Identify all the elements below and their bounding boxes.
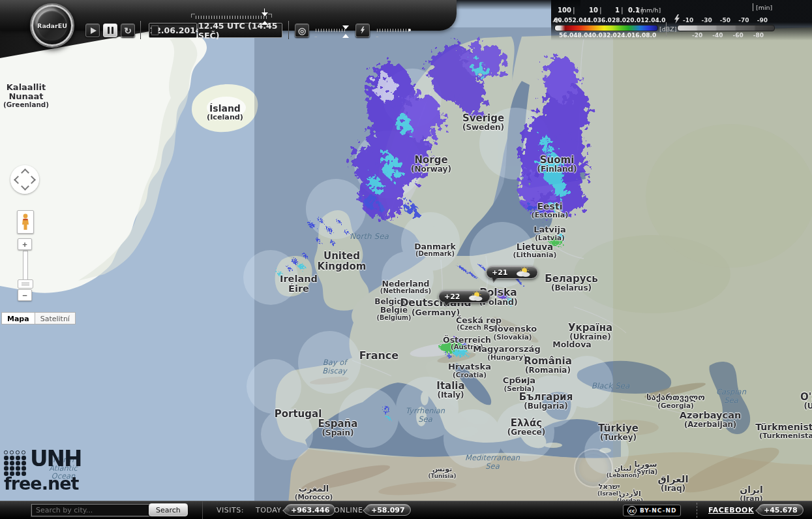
rain-rate-tick: 1| [615, 7, 624, 14]
map-type-button[interactable]: Mapa [1, 312, 35, 324]
timeline-slider[interactable] [196, 16, 267, 19]
radareu-logo[interactable]: RadarEU [30, 3, 74, 48]
facebook-count-badge: +45.678 [758, 504, 804, 516]
lightning-icon [360, 25, 365, 35]
lightning-opacity-handle[interactable] [408, 29, 411, 31]
zoom-slider-handle[interactable] [18, 279, 33, 289]
topbar-divider2 [288, 21, 289, 39]
pegman-control[interactable] [17, 210, 34, 234]
lightning-scale-bottom: -20-40-60-80 [692, 32, 764, 39]
temperature-value: +22 [444, 292, 460, 301]
visits-label: VISITS: [217, 506, 244, 514]
logo-text: RadarEU [37, 22, 67, 29]
search-button[interactable]: Search [149, 503, 188, 516]
dbz-colorbar [554, 25, 658, 31]
map-canvas[interactable] [0, 0, 812, 519]
cc-license-badge[interactable]: cc BY-NC-ND [623, 505, 681, 516]
loop-button[interactable]: ↻ [121, 24, 135, 37]
lightning-unit-label: [min] [756, 4, 772, 11]
zoom-slider-track[interactable] [23, 251, 28, 283]
today-label: TODAY [256, 506, 282, 514]
sun-cloud-icon [513, 267, 532, 277]
unh-freenet-logo: UNH free.net [4, 448, 82, 492]
radar-opacity-slider[interactable]: – [316, 29, 347, 32]
pause-icon [108, 27, 113, 34]
footer-dashed-divider [697, 503, 698, 518]
dbz-scale-top: 60.052.044.036.028.020.012.04.0 [554, 17, 658, 24]
pegman-icon [22, 213, 29, 230]
lightning-scale-top: -10-30-50-70-90 [683, 17, 768, 24]
weather-station-widget[interactable]: +21 [486, 266, 538, 279]
map-type-button[interactable]: Satelitní [35, 312, 76, 324]
radar-map-app: Kalaallit Nunaat (Greenland) Ísland (Ice… [0, 0, 812, 519]
zoom-out-button[interactable]: − [18, 289, 32, 301]
lightning-opacity-slider[interactable]: – [377, 29, 410, 32]
sun-cloud-icon [465, 291, 485, 302]
calendar-icon [151, 25, 158, 35]
loop-icon: ↻ [124, 26, 132, 35]
east-band [613, 27, 812, 519]
dbz-scale-bottom: 56.048.040.032.024.016.08.0 [559, 32, 650, 39]
time-value: 12.45 UTC (14.45 SEČ) [198, 21, 282, 40]
rain-rate-tick: 10| [589, 7, 602, 14]
lightning-age-legend: -10-30-50-70-90 -20-40-60-80 [min] [672, 0, 812, 40]
map-watermark-seal [574, 448, 613, 488]
facebook-link[interactable]: FACEBOOK [708, 506, 754, 514]
temperature-value: +21 [492, 268, 508, 277]
freenet-text: free.net [4, 475, 82, 492]
pan-right-icon[interactable] [27, 176, 36, 184]
pan-control[interactable] [10, 165, 39, 194]
legend-panel: 100|10|1|0.1| [mm/h] 60.052.044.036.028.… [551, 0, 812, 40]
map-type-switcher: MapaSatelitní [1, 312, 76, 324]
time-field[interactable]: 12.45 UTC (14.45 SEČ) [198, 23, 282, 38]
pan-left-icon[interactable] [14, 176, 22, 184]
play-button[interactable] [85, 24, 100, 37]
rain-unit-label: [mm/h] [638, 7, 661, 14]
zoom-in-button[interactable]: + [18, 238, 32, 250]
lightning-layer-button[interactable] [355, 24, 370, 37]
rain-rate-tick: 100| [558, 7, 575, 14]
weather-station-widget[interactable]: +22 [438, 290, 490, 303]
search-input[interactable] [31, 504, 150, 516]
footer-bar: Search VISITS: TODAY +963.446 ONLINE +58… [0, 501, 812, 519]
topbar-divider [140, 21, 141, 39]
online-label: ONLINE [334, 506, 363, 514]
unh-dots-icon [4, 450, 27, 477]
online-count-badge: +58.097 [365, 504, 411, 516]
radar-opacity-button[interactable]: ◎ [295, 24, 309, 37]
opacity-icon: ◎ [298, 26, 306, 35]
lightning-age-bar [677, 25, 775, 31]
pan-down-icon[interactable] [21, 182, 29, 191]
today-count-badge: +963.446 [285, 504, 335, 516]
pause-button[interactable] [103, 24, 117, 37]
date-field[interactable]: 12.06.2014 [149, 23, 197, 38]
pan-up-icon[interactable] [21, 168, 29, 177]
cc-license-text: BY-NC-ND [640, 507, 676, 514]
play-icon [91, 27, 97, 34]
cc-icon: cc [627, 506, 637, 515]
legend-separator [666, 22, 667, 37]
lightning-legend-icon [674, 14, 680, 24]
unh-text: UNH [30, 448, 82, 469]
footer-divider [202, 501, 203, 519]
